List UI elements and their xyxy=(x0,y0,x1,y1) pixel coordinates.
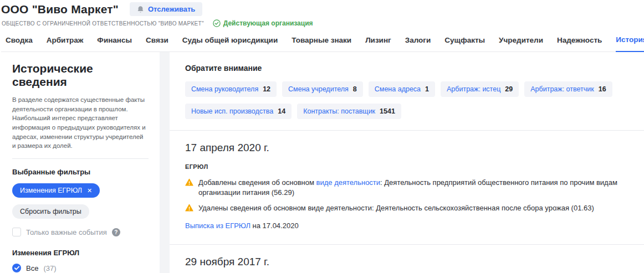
nav-tab-label: Связи xyxy=(146,36,168,44)
nav-tab[interactable]: Суды общей юрисдикции xyxy=(182,35,278,51)
divider xyxy=(12,158,149,159)
notice-chip-label: Смена адреса xyxy=(375,85,421,93)
nav-tab-label: Надежность xyxy=(557,36,602,44)
nav-tab-label: Суды общей юрисдикции xyxy=(182,36,278,44)
nav-tab-label: История xyxy=(616,35,644,44)
entry-date: 29 ноября 2017 г. xyxy=(185,256,628,268)
entry-section-label: ЕГРЮЛ xyxy=(185,163,628,170)
status-badge: Действующая организация xyxy=(213,19,313,27)
active-filter-chip[interactable]: Изменения ЕГРЮЛ ✕ xyxy=(12,183,100,198)
notice-chip-label: Арбитраж: ответчик xyxy=(530,85,594,93)
nav-tab[interactable]: Залоги xyxy=(405,35,431,51)
active-filter-label: Изменения ЕГРЮЛ xyxy=(20,187,82,194)
notice-chip-label: Смена учредителя xyxy=(288,85,349,93)
nav-tab-label: Финансы xyxy=(97,36,132,44)
sidebar: Исторические сведения В разделе содержат… xyxy=(0,52,160,273)
reset-filters-button[interactable]: Сбросить фильтры xyxy=(12,204,89,219)
nav-tab[interactable]: Финансы xyxy=(97,35,132,51)
notice-chip-count: 8 xyxy=(353,85,357,93)
notice-chip-count: 1541 xyxy=(380,107,395,115)
filter-group-title: Изменения ЕГРЮЛ xyxy=(12,249,149,257)
checkbox-unchecked-icon[interactable] xyxy=(12,228,21,236)
notice-chip-label: Смена руководителя xyxy=(191,85,258,93)
notice-chip[interactable]: Контракты: поставщик1541 xyxy=(297,104,401,119)
nav-tab[interactable]: Сводка xyxy=(6,35,33,51)
notice-block: Обратите внимание Смена руководителя12См… xyxy=(170,64,644,119)
filter-group: Изменения ЕГРЮЛВсе(37)Смена руководителя… xyxy=(12,249,149,273)
notice-title: Обратите внимание xyxy=(185,64,628,73)
filter-groups: Изменения ЕГРЮЛВсе(37)Смена руководителя… xyxy=(12,249,149,273)
history-entry: 17 апреля 2020 г.ЕГРЮЛДобавлены сведения… xyxy=(170,131,644,233)
event-row: Удалены сведения об основном виде деятел… xyxy=(185,203,628,213)
main-panel: Обратите внимание Смена руководителя12См… xyxy=(170,52,644,273)
notice-chip[interactable]: Смена руководителя12 xyxy=(185,81,277,97)
notice-chip[interactable]: Арбитраж: ответчик16 xyxy=(524,81,612,97)
notice-chip[interactable]: Арбитраж: истец29 xyxy=(441,81,519,97)
entry-date: 17 апреля 2020 г. xyxy=(185,142,628,154)
notice-chip[interactable]: Новые исп. производства14 xyxy=(185,104,292,119)
warning-icon xyxy=(185,178,193,186)
nav-tab-label: Лизинг xyxy=(365,36,391,44)
notice-chips: Смена руководителя12Смена учредителя8Сме… xyxy=(185,81,628,119)
sidebar-description: В разделе содержатся существенные факты … xyxy=(12,95,149,151)
nav-tab[interactable]: Лизинг xyxy=(365,35,391,51)
nav-tabs: СводкаАрбитражФинансыСвязиСуды общей юри… xyxy=(1,27,644,52)
selected-filters-heading: Выбранные фильтры xyxy=(12,168,149,176)
nav-tab-label: Залоги xyxy=(405,36,431,44)
filter-option-count: (37) xyxy=(43,264,56,272)
status-label: Действующая организация xyxy=(223,19,313,27)
nav-tab-label: Сущфакты xyxy=(444,36,485,44)
notice-chip[interactable]: Смена адреса1 xyxy=(369,81,435,97)
sidebar-title: Исторические сведения xyxy=(12,62,149,89)
activity-type-link[interactable]: виде деятельности xyxy=(316,178,381,187)
notice-chip-label: Контракты: поставщик xyxy=(303,107,375,115)
radio-selected-icon[interactable] xyxy=(12,264,21,272)
nav-tab[interactable]: Учредители xyxy=(499,35,543,51)
notice-chip-count: 12 xyxy=(263,85,270,93)
nav-tab[interactable]: Товарные знаки xyxy=(292,35,351,51)
important-only-checkbox-row[interactable]: Только важные события ? xyxy=(12,228,149,236)
nav-tab-label: Сводка xyxy=(6,36,33,44)
page-header: ООО "Виво Маркет" Отслеживать ОБЩЕСТВО С… xyxy=(0,0,644,52)
notice-chip-count: 14 xyxy=(278,107,285,115)
notice-chip-count: 1 xyxy=(425,85,429,93)
close-icon[interactable]: ✕ xyxy=(87,188,92,194)
nav-tab-label: Учредители xyxy=(499,36,543,44)
content: Исторические сведения В разделе содержат… xyxy=(0,52,644,273)
nav-tab[interactable]: Надежность xyxy=(557,35,602,51)
notice-chip-label: Арбитраж: истец xyxy=(447,85,500,93)
bell-icon xyxy=(137,6,144,13)
nav-tab[interactable]: Сущфакты xyxy=(444,35,485,51)
nav-tab[interactable]: Связи xyxy=(146,35,168,51)
nav-tab[interactable]: История xyxy=(616,35,644,52)
notice-chip-count: 16 xyxy=(599,85,606,93)
history-timeline: 17 апреля 2020 г.ЕГРЮЛДобавлены сведения… xyxy=(170,131,644,273)
notice-chip-count: 29 xyxy=(505,85,513,93)
notice-chip-label: Новые исп. производства xyxy=(191,107,273,115)
warning-icon xyxy=(185,204,193,212)
company-full-name: ОБЩЕСТВО С ОГРАНИЧЕННОЙ ОТВЕТСТВЕННОСТЬЮ… xyxy=(2,20,204,27)
filter-option[interactable]: Все(37) xyxy=(12,264,149,272)
nav-tab-label: Арбитраж xyxy=(47,36,84,44)
nav-tab-label: Товарные знаки xyxy=(292,36,351,44)
event-row: Добавлены сведения об основном виде деят… xyxy=(185,178,628,197)
important-only-label: Только важные события xyxy=(26,228,107,236)
company-title: ООО "Виво Маркет" xyxy=(1,3,119,16)
event-text: Удалены сведения об основном виде деятел… xyxy=(198,203,594,213)
check-circle-icon xyxy=(213,19,221,27)
nav-tab[interactable]: Арбитраж xyxy=(47,35,84,51)
track-button-label: Отслеживать xyxy=(148,5,195,13)
extract-line: Выписка из ЕГРЮЛ на 17.04.2020 xyxy=(185,222,628,230)
history-entry: 29 ноября 2017 г.ЕГРЮЛДобавлены сведения… xyxy=(170,245,644,273)
track-button[interactable]: Отслеживать xyxy=(130,2,202,16)
event-text: Добавлены сведения об основном виде деят… xyxy=(198,178,628,197)
notice-chip[interactable]: Смена учредителя8 xyxy=(282,81,363,97)
help-icon[interactable]: ? xyxy=(112,228,120,236)
egrul-extract-link[interactable]: Выписка из ЕГРЮЛ xyxy=(185,222,251,230)
filter-option-label: Все xyxy=(26,264,38,272)
